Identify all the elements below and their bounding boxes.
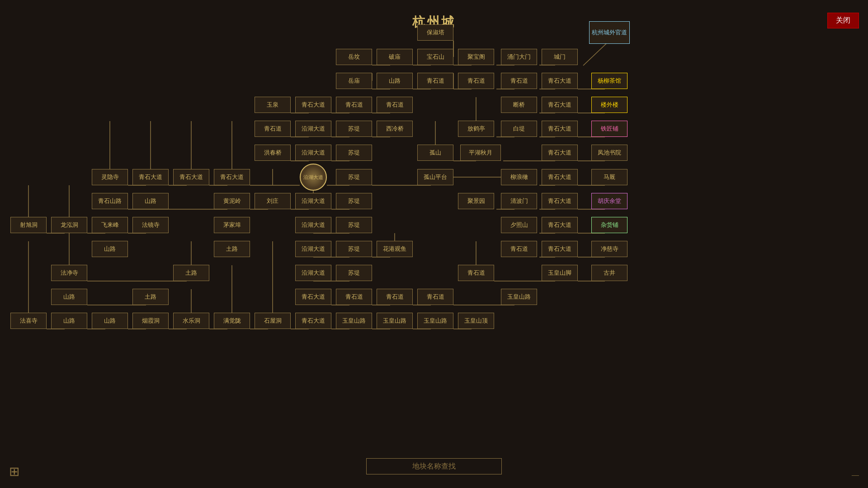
map-node-xizhaoshan[interactable]: 夕照山 [501,217,537,233]
map-node-manjuedian[interactable]: 满觉陇 [214,313,250,329]
map-node-yuhuangshanlu2[interactable]: 玉皇山路 [336,313,372,329]
map-node-huagangguanyu[interactable]: 花港观鱼 [377,241,413,257]
map-node-sudi2[interactable]: 苏堤 [336,145,372,161]
map-node-qingbomen[interactable]: 清波门 [501,193,537,209]
map-node-qingshidadao12[interactable]: 青石大道 [542,241,578,257]
map-node-shanlu2[interactable]: 山路 [132,193,169,209]
map-node-yuefen[interactable]: 岳坟 [336,49,372,65]
map-node-shanlu6[interactable]: 山路 [92,313,128,329]
map-node-yanhudadao2[interactable]: 沿湖大道 [295,145,331,161]
map-node-liuzhuang[interactable]: 刘庄 [255,193,291,209]
map-node-hqyutang[interactable]: 胡庆余堂 [591,193,627,209]
map-node-gushanpingtai[interactable]: 孤山平台 [417,169,453,185]
map-node-sudi4[interactable]: 苏堤 [336,193,372,209]
map-node-qingshidadao11[interactable]: 青石大道 [542,217,578,233]
map-node-sudi5[interactable]: 苏堤 [336,217,372,233]
map-node-sudi1[interactable]: 苏堤 [336,121,372,137]
map-node-baidi[interactable]: 白堤 [501,121,537,137]
map-node-shanlu1[interactable]: 山路 [377,73,413,89]
map-node-yuhuangshanding[interactable]: 玉皇山顶 [458,313,494,329]
map-node-chengmen[interactable]: 城门 [542,49,578,65]
map-node-fanghetng[interactable]: 放鹤亭 [458,121,494,137]
map-node-qingshidadao4[interactable]: 青石大道 [542,121,578,137]
map-node-qingshidao5[interactable]: 青石道 [377,97,413,113]
map-node-jingcisi[interactable]: 净慈寺 [591,241,627,257]
map-node-zahuopu[interactable]: 杂货铺 [591,217,627,233]
map-node-yuquan[interactable]: 玉泉 [255,97,291,113]
map-node-qingshidao7[interactable]: 青石道 [501,241,537,257]
map-node-yuhuangshanlu3[interactable]: 玉皇山路 [377,313,413,329]
map-node-tiejianpu[interactable]: 铁匠铺 [591,121,627,137]
map-node-louwaibou[interactable]: 楼外楼 [591,97,627,113]
map-node-yanhudadao1[interactable]: 沿湖大道 [295,121,331,137]
map-node-duanqiao[interactable]: 断桥 [501,97,537,113]
map-node-shexudong[interactable]: 射旭洞 [10,217,47,233]
map-node-qingshidadao9[interactable]: 青石大道 [542,169,578,185]
map-node-qingshidadao1[interactable]: 青石大道 [542,73,578,89]
map-node-qingshidao2[interactable]: 青石道 [458,73,494,89]
map-node-tulu1[interactable]: 土路 [214,241,250,257]
map-node-yuhuangshanjiao[interactable]: 玉皇山脚 [542,265,578,281]
map-node-xilengqiao[interactable]: 西冷桥 [377,121,413,137]
map-node-yanhudadao3[interactable]: 沿湖大道 [300,164,327,191]
map-node-yanhudadao6[interactable]: 沿湖大道 [295,241,331,257]
map-node-sudi6[interactable]: 苏堤 [336,241,372,257]
map-node-shiwudong[interactable]: 石屋洞 [255,313,291,329]
map-node-jujingyuan[interactable]: 聚景园 [458,193,494,209]
map-node-qingshidao3[interactable]: 青石道 [501,73,537,89]
map-node-qingshidao6[interactable]: 青石道 [255,121,291,137]
map-node-qingshidadao2[interactable]: 青石大道 [295,97,331,113]
map-node-lingyinsi[interactable]: 灵隐寺 [92,169,128,185]
map-node-pinghuqiuyue[interactable]: 平湖秋月 [460,145,501,161]
search-input[interactable] [366,458,502,474]
map-node-baosuta[interactable]: 保淑塔 [417,24,453,41]
map-node-fengchishuyuan[interactable]: 凤池书院 [591,145,627,161]
map-node-yanhudadao5[interactable]: 沿湖大道 [295,217,331,233]
map-node-fajingsi[interactable]: 法镜寺 [132,217,169,233]
map-node-yuhuangshanlu[interactable]: 玉皇山路 [501,289,537,305]
map-node-yanhudadao7[interactable]: 沿湖大道 [295,265,331,281]
map-node-majiabao[interactable]: 茅家埠 [214,217,250,233]
map-node-qingshidao11[interactable]: 青石道 [417,289,453,305]
map-node-feilaifeng[interactable]: 飞来峰 [92,217,128,233]
map-node-shuiledong[interactable]: 水乐洞 [173,313,209,329]
map-node-gushan[interactable]: 孤山 [417,145,453,161]
close-button[interactable]: 关闭 [827,13,859,28]
map-node-qingshidadao14[interactable]: 青石大道 [295,313,331,329]
map-node-gujing[interactable]: 古井 [591,265,627,281]
map-node-yangliuchaguan[interactable]: 杨柳茶馆 [591,73,627,89]
map-node-liulangjiao[interactable]: 柳浪橄 [501,169,537,185]
map-node-sudi3[interactable]: 苏堤 [336,169,372,185]
map-node-pomiao[interactable]: 破庙 [377,49,413,65]
map-node-shanlu4[interactable]: 山路 [51,289,87,305]
map-node-shanlu3[interactable]: 山路 [92,241,128,257]
map-node-qingshidao8[interactable]: 青石道 [458,265,494,281]
map-node-qingshishan[interactable]: 青石山路 [92,193,128,209]
map-node-yuhuangshanlu4[interactable]: 玉皇山路 [417,313,453,329]
map-node-longhongdong[interactable]: 龙泓洞 [51,217,87,233]
map-node-faijngsi2[interactable]: 法净寺 [51,265,87,281]
map-node-hongchunqiao[interactable]: 洪春桥 [255,145,291,161]
map-node-qingshidadao8[interactable]: 青石大道 [214,169,250,185]
map-node-hangzhouwaiguandao[interactable]: 杭州城外官道 [589,21,630,44]
map-node-qingshidadao5[interactable]: 青石大道 [542,145,578,161]
map-node-qingshidadao6[interactable]: 青石大道 [132,169,169,185]
map-node-qingshidao4[interactable]: 青石道 [336,97,372,113]
map-node-qingshidadao3[interactable]: 青石大道 [542,97,578,113]
map-node-faxisi[interactable]: 法喜寺 [10,313,47,329]
map-node-shanlu5[interactable]: 山路 [51,313,87,329]
map-node-sudi7[interactable]: 苏堤 [336,265,372,281]
map-node-tulu3[interactable]: 土路 [132,289,169,305]
map-node-yanhudadao4[interactable]: 沿湖大道 [295,193,331,209]
map-node-yongmendamen[interactable]: 涌门大门 [501,49,537,65]
menu-icon[interactable]: ⊞ [9,464,19,479]
map-node-qingshidao9[interactable]: 青石道 [336,289,372,305]
map-node-yuemiao[interactable]: 岳庙 [336,73,372,89]
map-node-magu[interactable]: 马厩 [591,169,627,185]
map-node-qingshidadao10[interactable]: 青石大道 [542,193,578,209]
map-node-yanwudong[interactable]: 烟霞洞 [132,313,169,329]
map-node-baoshishan[interactable]: 宝石山 [417,49,453,65]
map-node-jubaoige[interactable]: 聚宝阁 [458,49,494,65]
map-node-tulu2[interactable]: 土路 [173,265,209,281]
map-node-qingshidadao7[interactable]: 青石大道 [173,169,209,185]
